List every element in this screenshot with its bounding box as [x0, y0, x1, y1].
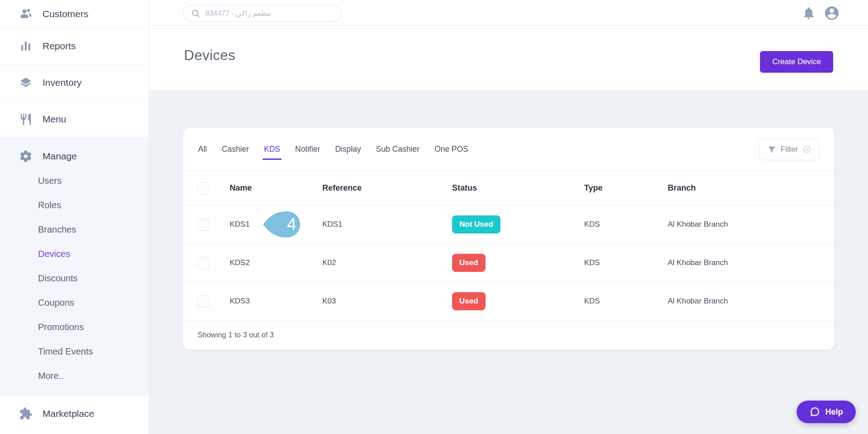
device-reference: K03: [322, 297, 452, 306]
column-header-reference: Reference: [322, 183, 452, 193]
sidebar-item-reports[interactable]: Reports: [0, 28, 149, 65]
device-branch: Al Khobar Branch: [668, 220, 820, 229]
page-title: Devices: [184, 47, 236, 64]
status-cell: Not Used: [452, 215, 584, 233]
page-head: Devices Create Device: [149, 26, 868, 90]
sidebar-item-coupons[interactable]: Coupons: [0, 290, 149, 315]
sidebar-item-manage[interactable]: Manage: [0, 138, 149, 168]
tab-display[interactable]: Display: [335, 142, 361, 157]
sidebar-item-devices[interactable]: Devices: [0, 242, 149, 266]
device-name: KDS3: [230, 297, 322, 306]
annotation-number: 4: [283, 215, 300, 234]
sidebar-item-inventory[interactable]: Inventory: [0, 65, 149, 101]
reports-icon: [19, 39, 33, 53]
sidebar-item-label: Inventory: [42, 77, 81, 88]
sidebar-item-more[interactable]: More..: [0, 364, 149, 388]
status-cell: Used: [452, 254, 584, 272]
sidebar-item-timed-events[interactable]: Timed Events: [0, 339, 149, 364]
sidebar-item-marketplace[interactable]: Marketplace: [0, 395, 149, 432]
search-input[interactable]: [205, 9, 334, 18]
sidebar-item-branches[interactable]: Branches: [0, 217, 149, 242]
sidebar-item-discounts[interactable]: Discounts: [0, 266, 149, 290]
sidebar-item-label: Menu: [42, 114, 66, 125]
inventory-icon: [19, 76, 33, 89]
search-icon: [191, 9, 201, 19]
pagination-summary: Showing 1 to 3 out of 3: [198, 331, 274, 339]
topbar: [149, 0, 868, 26]
table-row[interactable]: KDS3 K03 Used KDS Al Khobar Branch: [183, 282, 834, 321]
row-checkbox[interactable]: [198, 295, 210, 308]
table-footer: Showing 1 to 3 out of 3: [183, 321, 834, 349]
device-type-tabs: All Cashier KDS Notifier Display Sub Cas…: [183, 128, 834, 171]
help-label: Help: [825, 407, 843, 417]
sidebar-item-label: Reports: [42, 41, 76, 51]
row-checkbox[interactable]: [198, 219, 210, 231]
tab-notifier[interactable]: Notifier: [295, 142, 321, 157]
header: Devices Create Device: [149, 0, 868, 90]
clear-filter-icon[interactable]: [802, 145, 811, 154]
tab-sub-cashier[interactable]: Sub Cashier: [376, 142, 420, 157]
menu-utensils-icon: [19, 112, 33, 126]
help-button[interactable]: Help: [797, 401, 856, 423]
sidebar-item-label: Customers: [42, 9, 89, 19]
status-badge: Used: [452, 254, 486, 272]
tab-one-pos[interactable]: One POS: [434, 142, 469, 157]
click-annotation-marker: 4: [262, 210, 306, 239]
filter-label: Filter: [781, 145, 798, 154]
gear-icon: [19, 149, 33, 163]
status-badge: Not Used: [452, 215, 500, 233]
device-type: KDS: [584, 220, 668, 229]
device-type: KDS: [584, 258, 668, 267]
device-branch: Al Khobar Branch: [668, 258, 820, 267]
row-checkbox[interactable]: [198, 257, 210, 269]
puzzle-icon: [19, 407, 33, 420]
device-branch: Al Khobar Branch: [668, 297, 820, 306]
sidebar-item-roles[interactable]: Roles: [0, 193, 149, 217]
table-row[interactable]: KDS2 K02 Used KDS Al Khobar Branch: [183, 244, 834, 282]
chat-bubble-icon: [809, 406, 821, 418]
sidebar-item-label: Manage: [42, 151, 77, 162]
manage-section: Manage Users Roles Branches Devices Disc…: [0, 138, 149, 395]
sidebar: Customers Reports Inventory Menu Manage …: [0, 0, 149, 434]
column-header-branch: Branch: [668, 183, 820, 193]
sidebar-item-users[interactable]: Users: [0, 168, 149, 193]
device-reference: KDS1: [322, 220, 452, 229]
sidebar-item-customers[interactable]: Customers: [0, 0, 149, 28]
tab-cashier[interactable]: Cashier: [221, 142, 249, 157]
status-badge: Used: [452, 292, 486, 310]
device-reference: K02: [322, 258, 452, 267]
column-header-type: Type: [584, 183, 668, 193]
filter-button[interactable]: Filter: [759, 139, 820, 160]
status-cell: Used: [452, 292, 584, 310]
user-avatar-icon[interactable]: [824, 5, 840, 21]
select-all-checkbox[interactable]: [198, 182, 210, 194]
sidebar-item-menu[interactable]: Menu: [0, 101, 149, 138]
tab-all[interactable]: All: [198, 142, 207, 157]
table-header-row: Name Reference Status Type Branch: [183, 171, 834, 205]
notifications-bell-icon[interactable]: [802, 6, 816, 20]
device-name: KDS2: [230, 258, 322, 267]
column-header-name: Name: [230, 183, 322, 193]
column-header-status: Status: [452, 183, 584, 193]
customers-icon: [19, 7, 33, 21]
search-box[interactable]: [183, 5, 341, 22]
device-type: KDS: [584, 297, 668, 306]
create-device-button[interactable]: Create Device: [760, 51, 833, 73]
tab-kds[interactable]: KDS: [264, 142, 281, 157]
funnel-icon: [767, 145, 776, 154]
sidebar-item-promotions[interactable]: Promotions: [0, 315, 149, 339]
sidebar-item-label: Marketplace: [42, 408, 94, 419]
